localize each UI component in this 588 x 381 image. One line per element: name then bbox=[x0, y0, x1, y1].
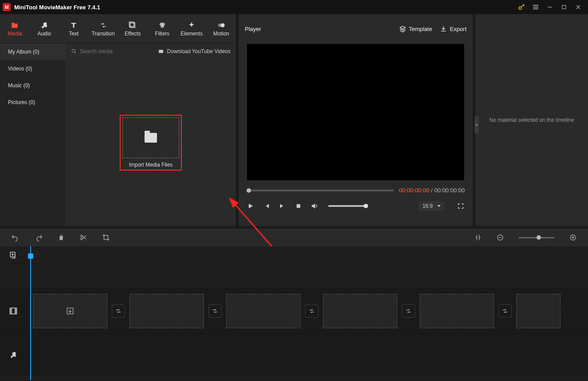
svg-point-3 bbox=[45, 25, 47, 27]
aspect-ratio-select[interactable]: 16:9 bbox=[418, 201, 444, 211]
media-panel: Media Audio Text Transition Effects Filt… bbox=[0, 14, 236, 226]
tab-label: Audio bbox=[37, 31, 51, 37]
video-preview bbox=[247, 43, 465, 181]
tab-media[interactable]: Media bbox=[0, 14, 30, 43]
export-label: Export bbox=[450, 26, 466, 32]
svg-point-24 bbox=[14, 355, 16, 357]
transition-slot[interactable] bbox=[305, 304, 318, 318]
zoom-in-button[interactable] bbox=[569, 234, 576, 241]
timeline-toolbar bbox=[0, 229, 588, 246]
properties-panel: No material selected on the timeline bbox=[475, 14, 588, 226]
clip-slot[interactable] bbox=[419, 294, 494, 328]
tab-elements[interactable]: Elements bbox=[177, 14, 207, 43]
svg-point-23 bbox=[11, 356, 13, 358]
sidebar-item-music[interactable]: Music (0) bbox=[0, 77, 66, 94]
video-track-icon bbox=[9, 307, 18, 315]
search-icon bbox=[71, 48, 77, 54]
effects-icon bbox=[128, 21, 137, 30]
transition-slot[interactable] bbox=[402, 304, 415, 318]
playhead[interactable] bbox=[30, 246, 31, 380]
tab-effects[interactable]: Effects bbox=[118, 14, 148, 43]
youtube-icon bbox=[157, 49, 165, 54]
zoom-out-button[interactable] bbox=[497, 234, 504, 241]
timeline[interactable] bbox=[0, 246, 588, 380]
svg-rect-1 bbox=[562, 5, 566, 9]
svg-point-12 bbox=[72, 49, 75, 52]
tab-filters[interactable]: Filters bbox=[148, 14, 177, 43]
minimize-button[interactable] bbox=[543, 0, 557, 14]
maximize-button[interactable] bbox=[557, 0, 571, 14]
svg-rect-13 bbox=[159, 50, 163, 53]
import-media-button[interactable] bbox=[122, 117, 179, 158]
main-tabs: Media Audio Text Transition Effects Filt… bbox=[0, 14, 236, 43]
player-panel: Player Template Export 00:00:00:00 / 00:… bbox=[239, 14, 473, 226]
menu-icon[interactable] bbox=[529, 0, 543, 14]
transition-slot[interactable] bbox=[498, 304, 512, 318]
time-display: 00:00:00:00 / 00:00:00:00 bbox=[399, 187, 465, 194]
svg-point-0 bbox=[519, 7, 521, 9]
volume-button[interactable] bbox=[310, 202, 318, 210]
properties-empty-text: No material selected on the timeline bbox=[490, 117, 574, 123]
audio-track-icon bbox=[9, 351, 17, 359]
fit-button[interactable] bbox=[474, 234, 482, 241]
template-button[interactable]: Template bbox=[399, 25, 432, 32]
tab-text[interactable]: Text bbox=[59, 14, 89, 43]
tab-audio[interactable]: Audio bbox=[30, 14, 59, 43]
add-track-button[interactable] bbox=[9, 251, 17, 259]
redo-button[interactable] bbox=[35, 233, 43, 241]
app-logo: M bbox=[3, 3, 11, 11]
crop-button[interactable] bbox=[102, 233, 110, 241]
volume-slider[interactable] bbox=[328, 205, 368, 207]
export-button[interactable]: Export bbox=[440, 25, 466, 32]
template-icon bbox=[399, 25, 406, 32]
tab-motion[interactable]: Motion bbox=[207, 14, 236, 43]
search-media[interactable] bbox=[71, 48, 157, 54]
download-youtube-button[interactable]: Download YouTube Videos bbox=[157, 48, 231, 54]
media-sidebar: My Album (0) Videos (0) Music (0) Pictur… bbox=[0, 43, 66, 226]
download-youtube-label: Download YouTube Videos bbox=[167, 48, 231, 54]
sparkle-icon bbox=[187, 21, 196, 30]
motion-icon bbox=[217, 21, 226, 30]
clip-slot[interactable] bbox=[323, 294, 397, 328]
close-button[interactable] bbox=[571, 0, 585, 14]
clip-slot[interactable] bbox=[516, 294, 561, 328]
transition-slot[interactable] bbox=[112, 304, 125, 318]
zoom-slider[interactable] bbox=[519, 237, 554, 238]
clip-slot[interactable] bbox=[33, 294, 107, 328]
text-icon bbox=[69, 21, 78, 30]
import-media-label: Import Media Files bbox=[122, 162, 179, 168]
sidebar-item-pictures[interactable]: Pictures (0) bbox=[0, 94, 66, 111]
transition-icon bbox=[99, 21, 108, 30]
tab-label: Text bbox=[69, 31, 78, 37]
svg-point-11 bbox=[218, 24, 220, 26]
folder-icon bbox=[10, 21, 19, 30]
sidebar-item-my-album[interactable]: My Album (0) bbox=[0, 43, 66, 60]
license-key-icon[interactable] bbox=[514, 0, 529, 14]
svg-point-17 bbox=[81, 238, 82, 240]
export-icon bbox=[440, 25, 447, 32]
transition-slot[interactable] bbox=[208, 304, 222, 318]
stop-button[interactable] bbox=[294, 202, 302, 210]
titlebar: M MiniTool MovieMaker Free 7.4.1 bbox=[0, 0, 588, 14]
tab-label: Media bbox=[8, 31, 22, 37]
tab-label: Motion bbox=[213, 31, 229, 37]
progress-slider[interactable] bbox=[247, 190, 394, 191]
clip-slot[interactable] bbox=[129, 294, 204, 328]
next-frame-button[interactable] bbox=[278, 202, 286, 210]
split-button[interactable] bbox=[80, 233, 87, 241]
sidebar-item-videos[interactable]: Videos (0) bbox=[0, 60, 66, 77]
tab-transition[interactable]: Transition bbox=[89, 14, 118, 43]
tab-label: Elements bbox=[180, 31, 203, 37]
clip-slot[interactable] bbox=[226, 294, 301, 328]
fullscreen-button[interactable] bbox=[457, 202, 465, 210]
play-button[interactable] bbox=[247, 202, 255, 210]
player-title: Player bbox=[245, 26, 261, 32]
svg-point-16 bbox=[81, 235, 82, 237]
svg-rect-15 bbox=[297, 204, 300, 208]
tab-label: Transition bbox=[92, 31, 115, 37]
search-input[interactable] bbox=[80, 48, 146, 54]
panel-splitter[interactable] bbox=[474, 116, 479, 134]
undo-button[interactable] bbox=[12, 233, 20, 241]
prev-frame-button[interactable] bbox=[263, 202, 270, 210]
delete-button[interactable] bbox=[58, 233, 65, 241]
